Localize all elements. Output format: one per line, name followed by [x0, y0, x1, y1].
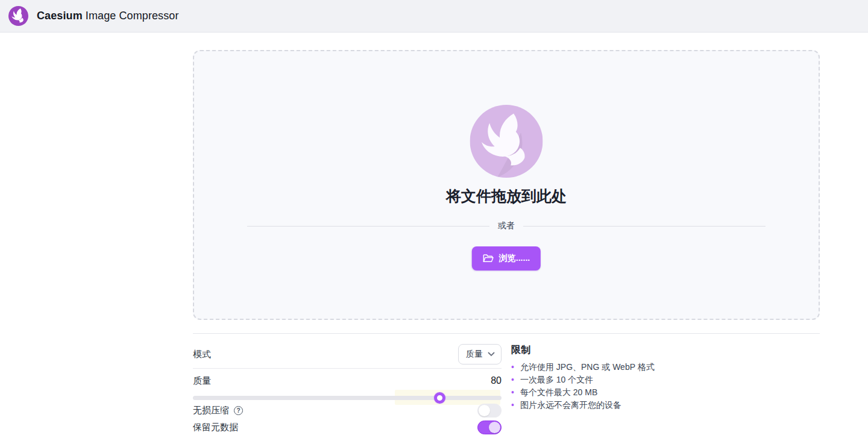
limit-item: • 图片永远不会离开您的设备 — [511, 399, 825, 411]
mode-dropdown[interactable]: 质量 — [458, 344, 502, 364]
quality-slider[interactable] — [193, 392, 502, 403]
limits-list: • 允许使用 JPG、PNG 或 WebP 格式 • 一次最多 10 个文件 •… — [511, 361, 825, 411]
toggle-knob — [479, 405, 490, 416]
limits-heading: 限制 — [511, 340, 825, 357]
question-mark-icon[interactable]: ? — [234, 406, 243, 415]
bullet-icon: • — [511, 399, 514, 411]
lossless-row: 无损压缩 ? — [193, 404, 502, 417]
divider-line — [523, 226, 766, 227]
limits-panel: 限制 • 允许使用 JPG、PNG 或 WebP 格式 • 一次最多 10 个文… — [511, 340, 825, 411]
settings-divider — [193, 368, 502, 369]
metadata-row: 保留元数据 — [193, 421, 502, 434]
limit-item: • 每个文件最大 20 MB — [511, 386, 825, 399]
quality-value: 80 — [491, 375, 502, 386]
quality-row: 质量 80 — [193, 375, 502, 387]
quality-label: 质量 — [193, 375, 211, 387]
mode-label: 模式 — [193, 349, 211, 360]
browse-button-label: 浏览...... — [499, 253, 530, 264]
or-divider: 或者 — [247, 220, 766, 232]
chevron-down-icon — [488, 352, 495, 357]
limit-item-text: 每个文件最大 20 MB — [520, 386, 597, 399]
section-divider — [193, 333, 820, 334]
lossless-toggle[interactable] — [477, 404, 502, 418]
caesium-bird-watermark-icon — [470, 105, 543, 178]
app-header: Caesium Image Compressor — [0, 0, 868, 33]
app-title: Caesium Image Compressor — [37, 10, 179, 22]
caesium-bird-icon — [8, 6, 28, 26]
slider-thumb[interactable] — [434, 392, 445, 404]
limit-item-text: 允许使用 JPG、PNG 或 WebP 格式 — [520, 361, 655, 374]
metadata-toggle[interactable] — [477, 421, 502, 434]
divider-line — [247, 226, 489, 227]
dropzone-heading: 将文件拖放到此处 — [194, 186, 819, 206]
slider-track[interactable] — [193, 396, 502, 400]
or-label: 或者 — [498, 220, 515, 231]
metadata-label: 保留元数据 — [193, 422, 238, 433]
limit-item-text: 图片永远不会离开您的设备 — [520, 399, 621, 411]
limit-item: • 允许使用 JPG、PNG 或 WebP 格式 — [511, 361, 825, 374]
toggle-knob — [489, 422, 500, 433]
mode-selected-value: 质量 — [466, 349, 483, 360]
file-dropzone[interactable]: 将文件拖放到此处 或者 浏览...... — [193, 50, 820, 320]
lossless-label: 无损压缩 — [193, 405, 229, 416]
bullet-icon: • — [511, 361, 514, 374]
bullet-icon: • — [511, 374, 514, 386]
limit-item: • 一次最多 10 个文件 — [511, 374, 825, 386]
mode-row: 模式 质量 — [193, 344, 502, 364]
bullet-icon: • — [511, 386, 514, 399]
limit-item-text: 一次最多 10 个文件 — [520, 374, 593, 386]
browse-button[interactable]: 浏览...... — [472, 246, 541, 271]
folder-open-icon — [483, 254, 494, 263]
